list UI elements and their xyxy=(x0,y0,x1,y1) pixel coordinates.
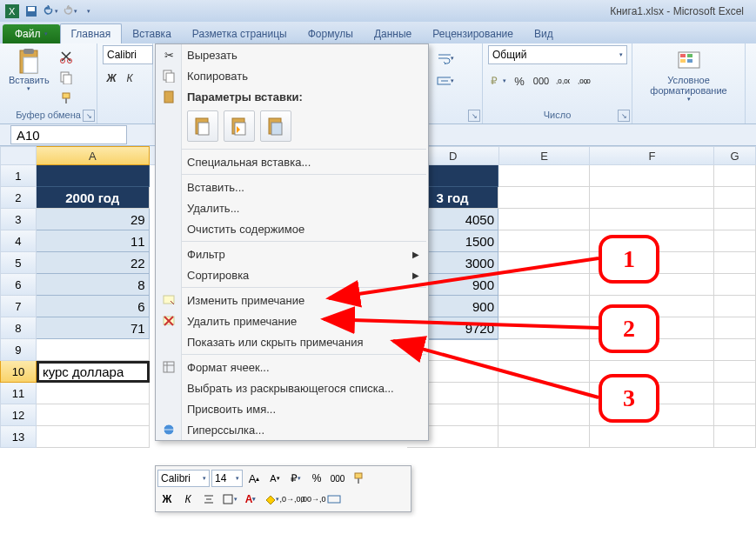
cell[interactable] xyxy=(714,426,756,448)
font-color-icon[interactable]: A▾ xyxy=(241,490,260,509)
tab-review[interactable]: Рецензирование xyxy=(422,24,524,43)
comma-icon[interactable]: 000 xyxy=(328,469,347,488)
merge-icon[interactable]: ▾ xyxy=(436,71,455,90)
tab-formulas[interactable]: Формулы xyxy=(298,24,364,43)
decrease-decimal-icon[interactable]: ,00→,0 xyxy=(304,490,323,509)
ctx-sort[interactable]: Сортировка▶ xyxy=(156,264,428,285)
cut-icon[interactable] xyxy=(57,47,76,66)
cell[interactable] xyxy=(714,230,756,252)
cell[interactable] xyxy=(714,361,756,383)
format-painter-icon[interactable] xyxy=(349,469,368,488)
row-header[interactable]: 12 xyxy=(0,404,37,426)
row-header[interactable]: 2 xyxy=(0,187,37,209)
cell[interactable] xyxy=(498,274,590,296)
excel-icon[interactable]: X xyxy=(3,3,21,20)
row-header[interactable]: 5 xyxy=(0,252,37,274)
align-center-icon[interactable] xyxy=(199,490,218,509)
dialog-launcher-icon[interactable]: ↘ xyxy=(83,110,95,122)
cell[interactable] xyxy=(714,404,756,426)
merge-icon[interactable] xyxy=(324,490,344,509)
ctx-copy[interactable]: Копировать xyxy=(156,65,428,86)
shrink-font-icon[interactable]: A▾ xyxy=(265,469,284,488)
ctx-paste-special[interactable]: Специальная вставка... xyxy=(156,151,428,172)
paste-button[interactable]: Вставить▾ xyxy=(5,45,53,94)
cell[interactable]: 71 xyxy=(37,317,150,339)
number-format-combo[interactable]: Общий▾ xyxy=(488,45,627,64)
ctx-delete-comment[interactable]: Удалить примечание xyxy=(156,310,428,331)
qat-customize-icon[interactable]: ▾ xyxy=(80,3,97,20)
paste-option-3-icon[interactable] xyxy=(260,110,291,142)
grow-font-icon[interactable]: A▴ xyxy=(244,469,264,488)
cell[interactable] xyxy=(498,230,590,252)
cell[interactable]: 2000 год xyxy=(37,187,150,209)
fill-color-icon[interactable]: ▾ xyxy=(262,490,281,509)
cell[interactable] xyxy=(37,339,150,361)
col-header-f[interactable]: F xyxy=(590,146,714,165)
borders-icon[interactable]: ▾ xyxy=(220,490,239,509)
cell[interactable] xyxy=(590,165,714,187)
cell[interactable] xyxy=(498,339,590,361)
cell[interactable]: 8 xyxy=(37,274,150,296)
accounting-format-icon[interactable]: ₽▾ xyxy=(488,71,507,90)
cell[interactable] xyxy=(714,252,756,274)
italic-button[interactable]: К xyxy=(121,70,138,87)
decrease-decimal-icon[interactable]: ,00,0 xyxy=(575,71,594,90)
cell[interactable] xyxy=(590,426,714,448)
cell-selected[interactable]: курс доллара xyxy=(37,361,150,383)
row-header[interactable]: 4 xyxy=(0,230,37,252)
cell[interactable] xyxy=(37,383,150,404)
comma-icon[interactable]: 000 xyxy=(532,71,551,90)
cell[interactable] xyxy=(498,187,590,209)
cell[interactable] xyxy=(714,274,756,296)
col-header-a[interactable]: A xyxy=(37,146,150,165)
row-header[interactable]: 1 xyxy=(0,165,37,187)
percent-icon[interactable]: % xyxy=(510,71,529,90)
cell[interactable]: 11 xyxy=(37,230,150,252)
cell[interactable] xyxy=(498,252,590,274)
row-header[interactable]: 6 xyxy=(0,274,37,296)
cell[interactable] xyxy=(714,296,756,317)
cell[interactable] xyxy=(37,426,150,448)
ctx-insert[interactable]: Вставить... xyxy=(156,177,428,197)
wrap-text-icon[interactable]: ▾ xyxy=(436,49,455,68)
italic-button[interactable]: К xyxy=(178,490,197,509)
ctx-define-name[interactable]: Присвоить имя... xyxy=(156,398,428,419)
tab-view[interactable]: Вид xyxy=(524,24,564,43)
row-header[interactable]: 7 xyxy=(0,296,37,317)
cell[interactable] xyxy=(590,187,714,209)
cell[interactable] xyxy=(714,317,756,339)
cell[interactable] xyxy=(37,165,150,187)
cell[interactable] xyxy=(714,383,756,404)
cell[interactable] xyxy=(498,317,590,339)
cell[interactable]: 29 xyxy=(37,209,150,230)
format-painter-icon[interactable] xyxy=(57,89,76,108)
dialog-launcher-icon[interactable]: ↘ xyxy=(618,110,630,122)
ctx-cut[interactable]: ✂Вырезать xyxy=(156,44,428,65)
bold-button[interactable]: Ж xyxy=(157,490,177,509)
cell[interactable] xyxy=(37,404,150,426)
copy-icon[interactable] xyxy=(57,68,76,87)
name-box[interactable]: A10 xyxy=(10,125,127,144)
cell[interactable] xyxy=(714,165,756,187)
cell[interactable] xyxy=(498,209,590,230)
tab-page-layout[interactable]: Разметка страницы xyxy=(182,24,298,43)
row-header[interactable]: 11 xyxy=(0,383,37,404)
ctx-show-hide-comments[interactable]: Показать или скрыть примечания xyxy=(156,331,428,352)
tab-insert[interactable]: Вставка xyxy=(122,24,182,43)
redo-icon[interactable]: ▾ xyxy=(61,3,78,20)
row-header[interactable]: 3 xyxy=(0,209,37,230)
tab-file[interactable]: Файл▾ xyxy=(3,24,60,43)
increase-decimal-icon[interactable]: ,0→,00 xyxy=(283,490,302,509)
undo-icon[interactable]: ▾ xyxy=(42,3,59,20)
col-header-g[interactable]: G xyxy=(714,146,756,165)
ctx-clear[interactable]: Очистить содержимое xyxy=(156,218,428,239)
ctx-hyperlink[interactable]: Гиперссылка... xyxy=(156,419,428,440)
select-all-corner[interactable] xyxy=(0,146,37,165)
accounting-format-icon[interactable]: ₽▾ xyxy=(286,469,305,488)
ctx-delete[interactable]: Удалить... xyxy=(156,197,428,218)
increase-decimal-icon[interactable]: ,0,00 xyxy=(553,71,572,90)
cell[interactable] xyxy=(498,404,590,426)
ctx-pick-from-list[interactable]: Выбрать из раскрывающегося списка... xyxy=(156,377,428,398)
dialog-launcher-icon[interactable]: ↘ xyxy=(468,110,480,122)
paste-option-2-icon[interactable] xyxy=(224,110,255,142)
